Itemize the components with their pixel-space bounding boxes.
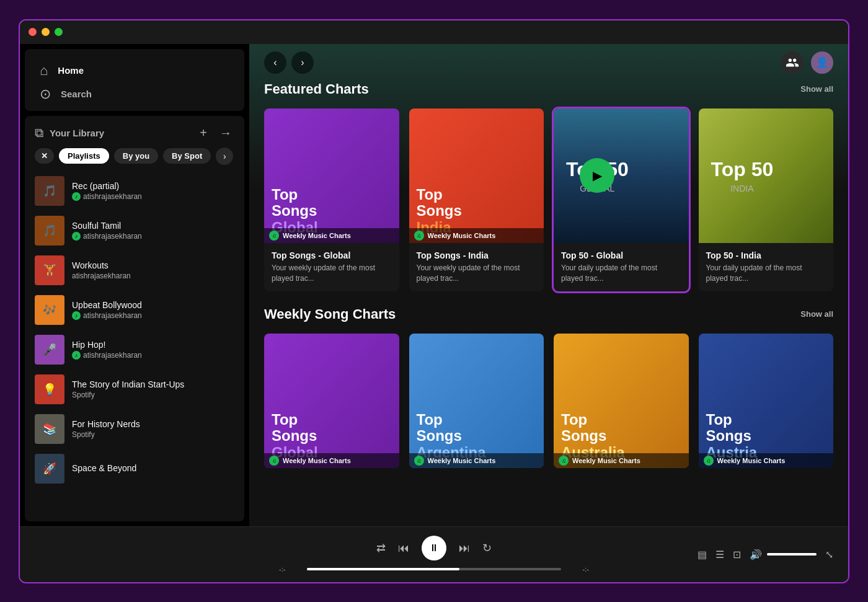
connect-button[interactable]: ⊡: [733, 549, 741, 560]
user-avatar[interactable]: 👤: [811, 51, 833, 74]
library-title: Your Library: [50, 128, 104, 138]
art-badge-australia: ♫ Weekly Music Charts: [554, 453, 689, 468]
weekly-charts-section: Weekly Song Charts Show all Top Songs: [249, 306, 848, 484]
card-title-global: Top Songs - Global: [272, 250, 392, 260]
library-header: ⧉ Your Library + →: [25, 116, 244, 148]
friends-button[interactable]: [781, 51, 804, 74]
forward-button[interactable]: ›: [291, 51, 314, 74]
expand-button[interactable]: ⤡: [825, 549, 833, 560]
back-button[interactable]: ‹: [264, 51, 286, 74]
card-desc-top50global: Your daily update of the most played tra…: [561, 263, 681, 284]
badge-text-argentina: Weekly Music Charts: [428, 457, 496, 464]
library-section: ⧉ Your Library + → ✕ Playlists By you By…: [25, 116, 244, 521]
playlist-owner: ♪ atishrajasekharan: [72, 351, 234, 360]
library-icon: ⧉: [35, 126, 43, 140]
featured-show-all-button[interactable]: Show all: [800, 84, 833, 94]
card-austria[interactable]: Top Songs Austria ♫ Weekly Music Charts: [699, 334, 834, 469]
list-item[interactable]: 🏋 Workouts atishrajasekharan: [30, 250, 239, 290]
filter-row: ✕ Playlists By you By Spot ›: [25, 148, 244, 171]
progress-row: -:- -:-: [279, 565, 589, 573]
queue-button[interactable]: ☰: [715, 549, 724, 560]
owner-name: atishrajasekharan: [72, 272, 131, 280]
featured-cards-row: Top Songs Global ♫ Weekly Music Charts: [264, 108, 833, 291]
featured-charts-section: Featured Charts Show all Top Songs G: [249, 81, 848, 306]
search-icon: ⊙: [40, 86, 51, 102]
shuffle-button[interactable]: ⇄: [376, 541, 386, 555]
playlist-name: Hip Hop!: [72, 340, 234, 350]
spotify-logo: ♫: [269, 456, 279, 466]
playlist-owner: ♪ atishrajasekharan: [72, 311, 234, 320]
list-item[interactable]: 🎵 Soulful Tamil ♪ atishrajasekharan: [30, 211, 239, 250]
playlist-name: Upbeat Bollywood: [72, 300, 234, 310]
sidebar-item-search[interactable]: ⊙ Search: [35, 82, 234, 106]
owner-name: atishrajasekharan: [83, 311, 142, 320]
card-top50-global[interactable]: Top 50 GLOBAL ▶ Top 50 - Global Your dai…: [554, 108, 689, 291]
spotify-logo: ♫: [414, 231, 424, 241]
card-art-australia: Top Songs Australia ♫ Weekly Music Chart…: [554, 334, 689, 469]
close-button[interactable]: [29, 28, 37, 36]
owner-name: atishrajasekharan: [83, 351, 142, 360]
add-library-button[interactable]: +: [197, 123, 210, 143]
card-argentina[interactable]: Top Songs Argentina ♫ Weekly Music Chart…: [409, 334, 544, 469]
card-art-austria: Top Songs Austria ♫ Weekly Music Charts: [699, 334, 834, 469]
playlist-thumb: 🎵: [35, 216, 64, 246]
badge-text-globalweekly: Weekly Music Charts: [283, 457, 351, 464]
filter-byyou-button[interactable]: By you: [114, 148, 158, 164]
filter-byspot-button[interactable]: By Spot: [163, 148, 211, 164]
minimize-button[interactable]: [42, 28, 50, 36]
playlist-thumb: 🎶: [35, 295, 64, 325]
volume-bar[interactable]: [767, 553, 817, 556]
playlist-info: Workouts atishrajasekharan: [72, 260, 234, 280]
playlist-info: Space & Beyond: [72, 463, 234, 474]
card-top-songs-global[interactable]: Top Songs Global ♫ Weekly Music Charts: [264, 108, 399, 291]
playlist-thumb: 🎵: [35, 176, 64, 206]
spotify-logo: ♫: [269, 231, 279, 241]
weekly-cards-row: Top Songs Global ♫ Weekly Music Charts: [264, 334, 833, 469]
badge-text-global: Weekly Music Charts: [283, 232, 351, 239]
progress-bar[interactable]: [307, 568, 561, 570]
now-playing-button[interactable]: ▤: [698, 549, 707, 560]
playlist-thumb: 🚀: [35, 454, 64, 484]
filter-playlists-button[interactable]: Playlists: [59, 148, 109, 164]
card-art-argentina: Top Songs Argentina ♫ Weekly Music Chart…: [409, 334, 544, 469]
card-info-top50india: Top 50 - India Your daily update of the …: [699, 243, 834, 291]
card-top-songs-india[interactable]: Top Songs India ♫ Weekly Music Charts: [409, 108, 544, 291]
owner-name: Spotify: [72, 391, 95, 399]
list-item[interactable]: 🎵 Rec (partial) ♪ atishrajasekharan: [30, 171, 239, 211]
playlist-thumb: 💡: [35, 374, 64, 404]
play-button-overlay[interactable]: ▶: [580, 158, 614, 193]
playlist-owner: atishrajasekharan: [72, 272, 234, 280]
friends-icon: [786, 56, 799, 69]
next-button[interactable]: ⏭: [459, 542, 470, 555]
card-title-top50global: Top 50 - Global: [561, 250, 681, 260]
card-info-top50global: Top 50 - Global Your daily update of the…: [554, 243, 689, 291]
playlist-owner: ♪ atishrajasekharan: [72, 192, 234, 201]
list-item[interactable]: 💡 The Story of Indian Start-Ups Spotify: [30, 370, 239, 409]
list-item[interactable]: 🎤 Hip Hop! ♪ atishrajasekharan: [30, 330, 239, 370]
volume-icon[interactable]: 🔊: [750, 549, 762, 560]
card-info-india: Top Songs - India Your weekly update of …: [409, 243, 544, 291]
playlist-name: Workouts: [72, 260, 234, 270]
sidebar: ⌂ Home ⊙ Search ⧉ Your Library +: [20, 44, 249, 526]
card-title-india: Top Songs - India: [417, 250, 537, 260]
card-australia[interactable]: Top Songs Australia ♫ Weekly Music Chart…: [554, 334, 689, 469]
list-item[interactable]: 🎶 Upbeat Bollywood ♪ atishrajasekharan: [30, 290, 239, 330]
card-top50-india[interactable]: Top 50 INDIA Top 50 - India Your daily u…: [699, 108, 834, 291]
owner-badge: ♪: [72, 351, 81, 360]
pause-button[interactable]: ⏸: [422, 536, 446, 560]
card-desc-india: Your weekly update of the most played tr…: [417, 263, 537, 284]
maximize-button[interactable]: [55, 28, 63, 36]
filter-close-button[interactable]: ✕: [35, 148, 54, 164]
previous-button[interactable]: ⏮: [398, 542, 409, 555]
featured-charts-title: Featured Charts: [264, 81, 369, 97]
repeat-button[interactable]: ↻: [482, 541, 492, 555]
card-global-weekly[interactable]: Top Songs Global ♫ Weekly Music Charts: [264, 334, 399, 469]
list-item[interactable]: 🚀 Space & Beyond: [30, 449, 239, 489]
expand-library-button[interactable]: →: [217, 123, 234, 143]
filter-next-button[interactable]: ›: [216, 148, 233, 165]
list-item[interactable]: 📚 For History Nerds Spotify: [30, 409, 239, 449]
weekly-show-all-button[interactable]: Show all: [800, 309, 833, 319]
sidebar-item-home[interactable]: ⌂ Home: [35, 59, 234, 82]
art-badge-austria: ♫ Weekly Music Charts: [699, 453, 834, 468]
spotify-logo: ♫: [559, 456, 569, 466]
